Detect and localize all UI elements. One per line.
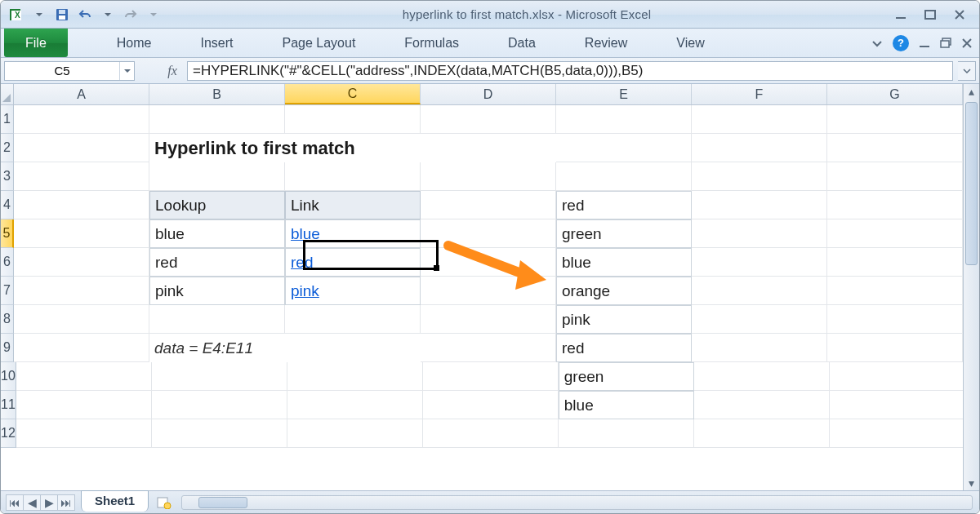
cell[interactable] [694, 419, 830, 448]
cell[interactable] [827, 191, 963, 219]
cell[interactable] [423, 419, 559, 448]
cell[interactable] [692, 105, 827, 134]
cell[interactable] [556, 134, 692, 162]
help-icon[interactable]: ? [893, 35, 909, 51]
cell[interactable] [827, 305, 963, 334]
workbook-restore-icon[interactable] [940, 38, 951, 49]
link-cell[interactable]: red [285, 248, 421, 277]
minimize-button[interactable] [889, 7, 912, 23]
cell[interactable] [16, 391, 152, 419]
col-header[interactable]: D [421, 84, 556, 104]
undo-icon[interactable] [74, 5, 96, 24]
tab-page-layout[interactable]: Page Layout [257, 29, 380, 57]
close-button[interactable] [948, 7, 971, 23]
row-header[interactable]: 12 [1, 419, 16, 448]
cell[interactable] [692, 191, 827, 219]
last-sheet-icon[interactable]: ⏭ [57, 494, 75, 511]
redo-icon[interactable] [120, 5, 141, 24]
cell[interactable] [421, 334, 556, 362]
horizontal-scrollbar[interactable] [181, 495, 973, 510]
cell[interactable] [556, 105, 692, 134]
cell[interactable] [287, 419, 423, 448]
cell[interactable] [692, 305, 827, 334]
col-header[interactable]: B [149, 84, 285, 104]
note-cell[interactable]: data = E4:E11 [149, 334, 421, 362]
select-all-corner[interactable] [1, 84, 14, 104]
tab-data[interactable]: Data [483, 29, 560, 57]
link-cell[interactable]: blue [285, 219, 421, 248]
first-sheet-icon[interactable]: ⏮ [6, 494, 24, 511]
data-cell[interactable]: red [556, 334, 692, 362]
row-header[interactable]: 10 [1, 362, 16, 391]
cell[interactable] [692, 219, 827, 248]
row-header[interactable]: 1 [1, 105, 14, 134]
cell[interactable] [830, 362, 963, 391]
fx-icon[interactable]: fx [163, 64, 182, 78]
cell[interactable] [14, 219, 149, 248]
prev-sheet-icon[interactable]: ◀ [23, 494, 41, 511]
cell[interactable] [827, 334, 963, 362]
cell[interactable] [421, 277, 556, 305]
ribbon-minimize-icon[interactable] [871, 38, 883, 49]
cell[interactable] [423, 391, 559, 419]
cell[interactable] [421, 162, 556, 191]
vertical-scrollbar[interactable]: ▴ ▾ [963, 84, 979, 490]
col-header[interactable]: E [556, 84, 692, 104]
scroll-down-icon[interactable]: ▾ [964, 476, 979, 490]
data-cell[interactable]: blue [559, 391, 694, 419]
cell[interactable] [827, 134, 963, 162]
cell[interactable] [152, 419, 287, 448]
formula-input[interactable]: =HYPERLINK("#"&CELL("address",INDEX(data… [187, 61, 953, 81]
row-header[interactable]: 5 [1, 219, 14, 248]
cell[interactable] [285, 305, 421, 334]
save-icon[interactable] [51, 5, 73, 24]
tab-review[interactable]: Review [560, 29, 652, 57]
row-header[interactable]: 8 [1, 305, 14, 334]
cell[interactable] [694, 391, 830, 419]
cell[interactable] [827, 248, 963, 277]
file-tab[interactable]: File [4, 29, 68, 57]
cell[interactable] [692, 248, 827, 277]
formula-expand-icon[interactable] [958, 61, 976, 81]
cell[interactable] [423, 362, 559, 391]
row-header[interactable]: 9 [1, 334, 14, 362]
cell[interactable] [16, 419, 152, 448]
cell[interactable] [14, 305, 149, 334]
workbook-close-icon[interactable] [961, 38, 973, 49]
table-header-link[interactable]: Link [285, 191, 421, 219]
cell[interactable] [149, 162, 285, 191]
excel-icon[interactable]: X [6, 5, 27, 24]
cell[interactable] [421, 219, 556, 248]
cell[interactable] [285, 105, 421, 134]
cell[interactable] [421, 105, 556, 134]
cell[interactable] [559, 419, 694, 448]
col-header[interactable]: C [285, 84, 421, 104]
data-cell[interactable]: green [559, 362, 694, 391]
workbook-minimize-icon[interactable] [919, 38, 930, 49]
data-cell[interactable]: blue [556, 248, 692, 277]
undo-dropdown-icon[interactable] [97, 5, 118, 24]
sheet-tab-sheet1[interactable]: Sheet1 [81, 490, 149, 512]
cell[interactable] [421, 191, 556, 219]
data-cell[interactable]: red [556, 191, 692, 219]
tab-formulas[interactable]: Formulas [380, 29, 483, 57]
row-header[interactable]: 7 [1, 277, 14, 305]
cell[interactable] [14, 134, 149, 162]
cell[interactable] [14, 162, 149, 191]
cell[interactable] [152, 362, 287, 391]
maximize-button[interactable] [919, 7, 942, 23]
sheet-title[interactable]: Hyperlink to first match [149, 134, 556, 162]
col-header[interactable]: F [692, 84, 827, 104]
row-header[interactable]: 4 [1, 191, 14, 219]
cell[interactable] [16, 362, 152, 391]
cell[interactable] [556, 162, 692, 191]
cell[interactable] [692, 277, 827, 305]
data-cell[interactable]: pink [556, 305, 692, 334]
cell[interactable] [152, 391, 287, 419]
worksheet-grid[interactable]: A B C D E F G 1 2 Hyperlink to first mat… [1, 84, 963, 490]
data-cell[interactable]: green [556, 219, 692, 248]
cell[interactable] [285, 162, 421, 191]
cell[interactable] [692, 334, 827, 362]
table-header-lookup[interactable]: Lookup [149, 191, 285, 219]
cell[interactable] [14, 105, 149, 134]
